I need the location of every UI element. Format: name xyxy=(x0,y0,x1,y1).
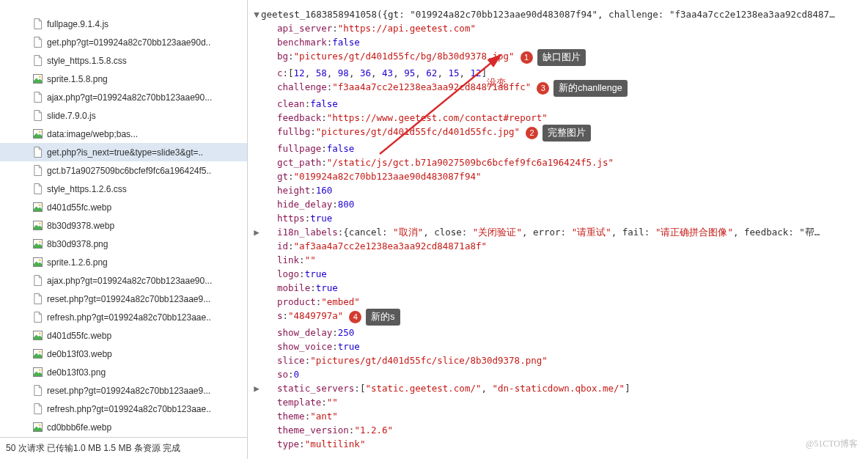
file-row[interactable]: 8b30d9378.png xyxy=(0,235,247,253)
expand-toggle xyxy=(252,339,261,353)
expand-toggle xyxy=(252,97,261,111)
prop-key: benchmark xyxy=(277,35,327,49)
file-row[interactable]: ajax.php?gt=019924a82c70bb123aae90... xyxy=(0,271,247,290)
prop-key: height xyxy=(277,183,310,197)
file-name: style_https.1.5.8.css xyxy=(47,56,127,66)
expand-toggle xyxy=(252,125,261,142)
file-row[interactable]: cd0bbb6fe.webp xyxy=(0,418,247,436)
file-row[interactable]: de0b13f03.png xyxy=(0,363,247,381)
prop-key: theme xyxy=(277,409,305,423)
file-name: ajax.php?gt=019924a82c70bb123aae90... xyxy=(47,276,212,286)
prop-key: s xyxy=(277,309,283,326)
svg-point-1 xyxy=(39,76,40,78)
prop-key: theme_version xyxy=(277,423,349,437)
file-row[interactable]: data:image/webp;bas... xyxy=(0,125,247,143)
file-row[interactable]: style_https.1.5.8.css xyxy=(0,51,247,70)
prop-key: slice xyxy=(277,353,305,367)
svg-point-7 xyxy=(39,223,40,224)
file-icon xyxy=(32,275,43,287)
expand-toggle[interactable]: ▶ xyxy=(252,381,261,395)
file-name: ajax.php?gt=019924a82c70bb123aae90... xyxy=(47,92,212,103)
file-row[interactable]: slide.7.9.0.js xyxy=(0,106,247,125)
file-name: sprite.1.5.8.png xyxy=(47,74,108,84)
file-name: reset.php?gt=019924a82c70bb123aae9... xyxy=(47,294,210,304)
prop-key: logo xyxy=(277,267,299,281)
file-row[interactable]: sprite.1.2.6.png xyxy=(0,253,247,271)
expand-toggle xyxy=(252,211,261,225)
file-row[interactable]: d401d55fc.webp xyxy=(0,198,247,216)
svg-point-11 xyxy=(39,260,40,261)
expand-toggle xyxy=(252,423,261,437)
prop-key: show_voice xyxy=(277,339,332,353)
file-icon xyxy=(32,385,43,397)
expand-toggle xyxy=(252,183,261,197)
expand-toggle xyxy=(252,155,261,169)
expand-toggle[interactable]: ▼ xyxy=(252,7,261,21)
expand-toggle xyxy=(252,409,261,423)
svg-point-9 xyxy=(39,241,40,243)
svg-point-5 xyxy=(39,205,40,206)
file-row[interactable]: style_https.1.2.6.css xyxy=(0,180,247,198)
file-row[interactable]: gct.b71a9027509bc6bcfef9fc6a196424f5.. xyxy=(0,161,247,180)
file-row[interactable]: refresh.php?gt=019924a82c70bb123aae.. xyxy=(0,400,247,418)
image-file-icon xyxy=(32,257,43,268)
expand-toggle xyxy=(252,49,261,66)
prop-key: api_server xyxy=(277,21,332,35)
file-row[interactable]: sprite.1.5.8.png xyxy=(0,70,247,88)
file-row[interactable]: d401d55fc.webp xyxy=(0,326,247,345)
file-row[interactable]: reset.php?gt=019924a82c70bb123aae9... xyxy=(0,381,247,400)
file-row[interactable]: 8b30d9378.webp xyxy=(0,216,247,235)
file-name: get.php?is_next=true&type=slide3&gt=.. xyxy=(47,147,203,158)
expand-toggle xyxy=(252,111,261,125)
svg-point-15 xyxy=(39,351,40,353)
file-row[interactable]: fullpage.9.1.4.js xyxy=(0,15,247,33)
file-name: refresh.php?gt=019924a82c70bb123aae.. xyxy=(47,404,211,414)
watermark: @51CTO博客 xyxy=(806,438,858,450)
svg-point-13 xyxy=(39,333,40,334)
file-row[interactable]: get.php?gt=019924a82c70bb123aae90d.. xyxy=(0,33,247,51)
prop-key: static_servers xyxy=(277,381,354,395)
file-row[interactable]: ajax.php?gt=019924a82c70bb123aae90... xyxy=(0,88,247,106)
status-bar: 50 次请求 已传输1.0 MB 1.5 MB 条资源 完成 xyxy=(0,437,247,459)
expand-toggle xyxy=(252,80,261,97)
file-row[interactable]: get.php?is_next=true&type=slide3&gt=.. xyxy=(0,143,247,161)
file-icon xyxy=(32,110,43,122)
prop-key: clean xyxy=(277,97,305,111)
annotation-badge: 3新的chanllenge xyxy=(537,80,627,97)
prop-key: fullpage xyxy=(277,142,321,155)
expand-toggle xyxy=(252,295,261,309)
expand-toggle xyxy=(252,253,261,267)
file-icon xyxy=(32,183,43,195)
expand-toggle xyxy=(252,169,261,183)
annotation-unchanged: 没变 xyxy=(487,76,506,89)
prop-key: c xyxy=(277,66,283,80)
file-row[interactable]: refresh.php?gt=019924a82c70bb123aae.. xyxy=(0,308,247,326)
file-icon xyxy=(32,18,43,30)
file-icon xyxy=(32,403,43,415)
prop-key: feedback xyxy=(277,111,321,125)
callback-header: geetest_1683858941058({gt: "019924a82c70… xyxy=(261,7,835,21)
svg-point-17 xyxy=(39,370,40,371)
prop-key: gt xyxy=(277,169,288,183)
file-name: style_https.1.2.6.css xyxy=(47,184,127,194)
file-name: 8b30d9378.webp xyxy=(47,221,114,231)
expand-toggle xyxy=(252,267,261,281)
expand-toggle xyxy=(252,66,261,80)
prop-key: so xyxy=(277,367,288,381)
prop-key: fullbg xyxy=(277,125,310,142)
prop-key: product xyxy=(277,295,316,309)
expand-toggle[interactable]: ▶ xyxy=(252,225,261,239)
file-name: gct.b71a9027509bc6bcfef9fc6a196424f5.. xyxy=(47,166,211,176)
file-list: fullpage.9.1.4.jsget.php?gt=019924a82c70… xyxy=(0,0,247,437)
file-name: d401d55fc.webp xyxy=(47,331,111,341)
image-file-icon xyxy=(32,348,43,360)
expand-toggle xyxy=(252,437,261,451)
prop-key: template xyxy=(277,395,321,409)
image-file-icon xyxy=(32,73,43,85)
expand-toggle xyxy=(252,35,261,49)
file-row[interactable]: de0b13f03.webp xyxy=(0,345,247,363)
prop-key: https xyxy=(277,211,305,225)
prop-key: show_delay xyxy=(277,326,332,339)
file-row[interactable]: reset.php?gt=019924a82c70bb123aae9... xyxy=(0,290,247,308)
annotation-badge: 2完整图片 xyxy=(526,125,591,142)
